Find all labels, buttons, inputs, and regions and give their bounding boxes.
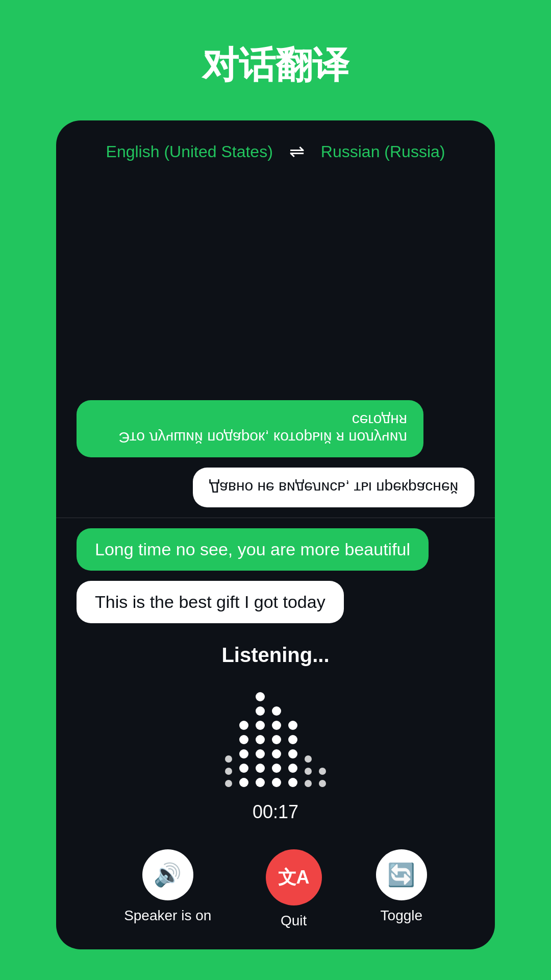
wave-col-3 <box>256 692 265 787</box>
dot <box>239 778 248 787</box>
wave-col-4 <box>272 706 281 787</box>
dot <box>288 778 297 787</box>
speaker-label: Speaker is on <box>124 908 211 924</box>
toggle-button[interactable]: 🔄 <box>376 849 427 900</box>
dot <box>272 764 281 773</box>
waveform <box>225 685 326 787</box>
dot <box>239 735 248 744</box>
dot <box>305 755 312 763</box>
quit-button[interactable]: 文A <box>266 849 322 905</box>
wave-col-1 <box>225 755 232 787</box>
listening-section: Listening... <box>56 623 495 839</box>
listening-status: Listening... <box>221 644 329 667</box>
quit-label: Quit <box>281 913 307 929</box>
dot <box>319 780 326 787</box>
speaker-icon: 🔊 <box>154 862 182 888</box>
source-language[interactable]: English (United States) <box>106 142 273 161</box>
chat-divider <box>56 518 495 518</box>
bottom-controls: 🔊 Speaker is on 文A Quit 🔄 Toggle <box>56 839 495 949</box>
swap-icon[interactable]: ⇌ <box>289 141 305 162</box>
dot <box>288 764 297 773</box>
dot <box>288 735 297 744</box>
dot <box>256 764 265 773</box>
dot <box>239 764 248 773</box>
upper-chat-area: Это лучший подарок, который я получил се… <box>56 173 495 507</box>
target-language[interactable]: Russian (Russia) <box>321 142 445 161</box>
translate-icon: 文A <box>278 865 310 890</box>
app-title: 对话翻译 <box>202 41 349 90</box>
wave-col-5 <box>288 721 297 787</box>
dot <box>272 749 281 758</box>
dot <box>319 768 326 775</box>
dot <box>256 778 265 787</box>
toggle-icon: 🔄 <box>387 862 415 888</box>
lower-chat-area: Long time no see, you are more beautiful… <box>56 528 495 623</box>
upper-bubble-green: Это лучший подарок, который я получил се… <box>77 400 423 457</box>
toggle-control[interactable]: 🔄 Toggle <box>376 849 427 924</box>
dot <box>288 721 297 730</box>
wave-col-2 <box>239 721 248 787</box>
quit-control[interactable]: 文A Quit <box>266 849 322 929</box>
dot <box>305 780 312 787</box>
dot <box>256 706 265 716</box>
toggle-label: Toggle <box>381 908 423 924</box>
dot <box>272 721 281 730</box>
main-card: English (United States) ⇌ Russian (Russi… <box>56 120 495 949</box>
dot <box>239 749 248 758</box>
wave-col-6 <box>305 755 312 787</box>
dot <box>305 768 312 775</box>
language-bar: English (United States) ⇌ Russian (Russi… <box>56 120 495 173</box>
dot <box>272 778 281 787</box>
lower-bubble-green: Long time no see, you are more beautiful <box>77 528 429 571</box>
speaker-button[interactable]: 🔊 <box>142 849 193 900</box>
upper-bubble-white: Давно не виделись, ты прекрасней <box>193 468 474 507</box>
flipped-green-row: Это лучший подарок, который я получил се… <box>77 400 474 457</box>
dot <box>225 768 232 775</box>
dot <box>288 749 297 758</box>
dot <box>256 721 265 730</box>
dot <box>225 755 232 763</box>
dot <box>272 735 281 744</box>
lower-bubble-white: This is the best gift I got today <box>77 581 344 623</box>
dot <box>239 721 248 730</box>
dot <box>256 749 265 758</box>
recording-timer: 00:17 <box>253 801 298 823</box>
dot <box>256 735 265 744</box>
flipped-white-row: Давно не виделись, ты прекрасней <box>77 468 474 507</box>
dot <box>272 706 281 716</box>
wave-col-7 <box>319 768 326 787</box>
speaker-control[interactable]: 🔊 Speaker is on <box>124 849 211 924</box>
dot <box>256 692 265 701</box>
dot <box>225 780 232 787</box>
